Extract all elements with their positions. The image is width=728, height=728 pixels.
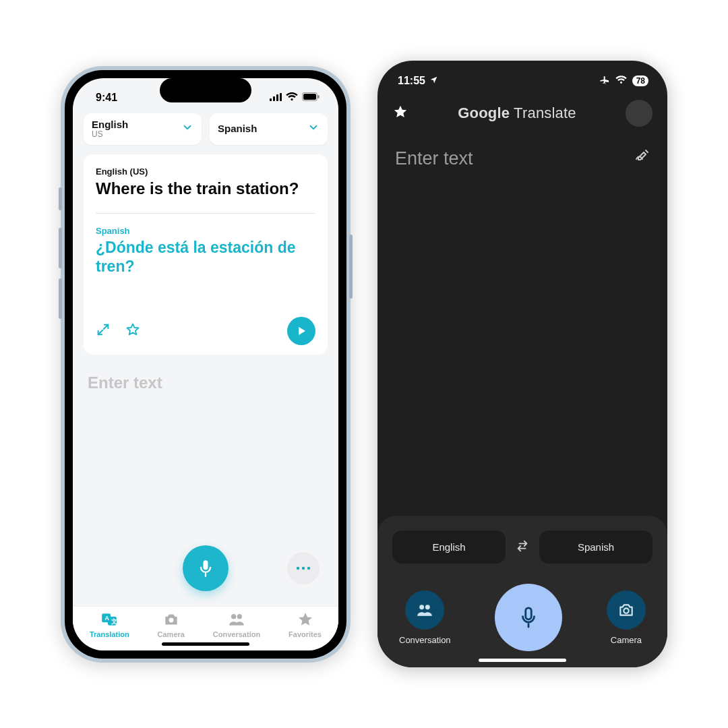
favorites-star-icon[interactable] [392,104,408,123]
input-placeholder: Enter text [395,148,473,169]
source-language-selector[interactable]: English [392,530,506,564]
svg-point-16 [237,613,242,618]
svg-rect-2 [276,94,278,101]
power-button [349,235,353,299]
tab-camera[interactable]: Camera [158,611,185,638]
expand-icon[interactable] [96,322,111,340]
more-button[interactable] [287,552,320,584]
tab-label: Conversation [213,630,260,638]
app-title: Google Translate [458,104,576,122]
source-lang-region: US [92,130,128,140]
source-text[interactable]: Where is the train station? [96,179,315,199]
input-placeholder: Enter text [88,373,162,392]
svg-point-9 [307,566,310,569]
title-bold: Google [458,104,510,121]
title-thin: Translate [510,104,576,121]
source-lang-label: English (US) [96,166,315,177]
tab-label: Translation [90,630,129,638]
tab-label: Camera [158,630,185,638]
swap-languages-icon[interactable] [515,539,530,556]
play-button[interactable] [287,317,315,345]
camera-button[interactable]: Camera [607,590,646,645]
svg-rect-3 [280,93,282,101]
battery-percent: 78 [636,76,645,86]
bezel: 9:41 English US [65,70,346,659]
dynamic-island [160,78,251,102]
svg-rect-0 [270,98,272,101]
status-time: 9:41 [96,92,117,104]
target-language-selector[interactable]: Spanish [210,113,328,145]
microphone-button[interactable] [495,584,562,651]
chevron-down-icon [181,121,193,136]
svg-text:文: 文 [111,617,117,624]
target-language-selector[interactable]: Spanish [539,530,653,564]
divider [96,213,315,214]
account-avatar[interactable] [626,100,653,127]
svg-text:A: A [105,615,110,621]
target-lang-name: Spanish [578,541,614,553]
chevron-down-icon [307,121,320,136]
wifi-icon [615,75,627,87]
volume-up-button [59,228,62,268]
handwriting-icon[interactable] [634,148,650,169]
conversation-label: Conversation [399,635,451,645]
status-time: 11:55 [398,75,425,87]
source-lang-name: English [92,119,128,130]
status-icons [270,92,320,104]
svg-rect-1 [273,96,275,101]
apple-translate-phone: 9:41 English US [61,66,351,663]
camera-label: Camera [611,635,642,645]
svg-point-17 [419,605,424,609]
status-bar: 11:55 78 [377,61,667,92]
battery-indicator: 78 [632,75,648,86]
fab-row [73,545,338,606]
tab-translation[interactable]: A文 Translation [90,611,129,638]
card-actions [96,317,315,345]
battery-icon [302,92,320,104]
tab-label: Favorites [289,630,322,638]
translated-text[interactable]: ¿Dónde está la estación de tren? [96,239,315,276]
mute-switch [59,187,62,210]
language-selector-row: English Spanish [392,530,653,564]
star-icon[interactable] [125,322,140,340]
apple-translate-screen: 9:41 English US [73,78,338,650]
volume-down-button [59,278,62,319]
action-row: Conversation Camera [392,584,653,651]
svg-point-8 [302,566,305,569]
tab-favorites[interactable]: Favorites [289,611,322,638]
location-icon [429,75,438,87]
app-header: Google Translate [377,92,667,133]
svg-point-7 [297,566,299,569]
svg-point-18 [425,605,430,609]
target-lang-label: Spanish [96,226,315,236]
wifi-icon [286,92,298,104]
target-lang-name: Spanish [218,123,257,134]
status-icons: 78 [599,74,648,88]
conversation-icon [405,590,444,630]
camera-icon [607,590,646,630]
translation-card: English (US) Where is the train station?… [84,154,328,355]
airplane-icon [599,74,610,88]
home-indicator[interactable] [162,642,249,646]
microphone-button[interactable] [183,545,229,591]
svg-point-15 [231,613,236,618]
bottom-panel: English Spanish Conversation [377,516,667,667]
svg-rect-5 [303,94,316,100]
svg-point-14 [169,617,173,622]
tab-conversation[interactable]: Conversation [213,611,260,638]
text-input-area[interactable]: Enter text [377,133,667,516]
home-indicator[interactable] [479,659,566,662]
svg-point-19 [624,608,628,613]
language-selector-row: English US Spanish [73,108,338,154]
conversation-button[interactable]: Conversation [399,590,451,645]
source-language-selector[interactable]: English US [84,113,202,145]
svg-rect-6 [318,95,320,98]
source-lang-name: English [432,541,465,553]
google-translate-phone: 11:55 78 Google Translate Enter text [377,61,667,667]
cellular-icon [270,92,282,104]
text-input-area[interactable]: Enter text [73,355,338,545]
